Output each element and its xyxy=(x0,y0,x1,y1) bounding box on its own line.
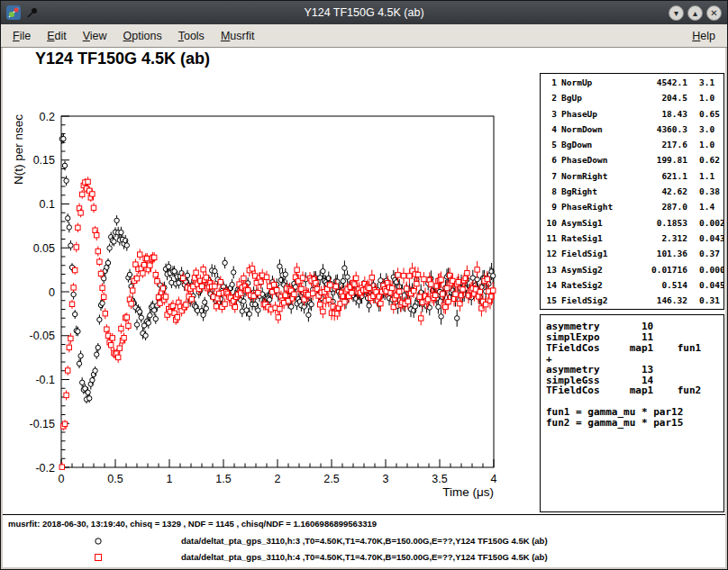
parameter-row: 8BgRight42.620.38 xyxy=(545,186,723,202)
svg-text:0: 0 xyxy=(59,473,65,485)
param-error: 1.0 xyxy=(687,93,723,108)
param-index: 9 xyxy=(545,202,561,217)
close-button[interactable]: ✕ xyxy=(706,5,722,21)
svg-text:1: 1 xyxy=(167,473,173,485)
param-name: BgUp xyxy=(561,93,632,108)
menu-options[interactable]: Options xyxy=(115,26,170,46)
param-name: NormRight xyxy=(561,171,632,186)
param-name: AsymSig1 xyxy=(561,218,632,233)
parameter-rows: 1NormUp4542.13.12BgUp204.51.03PhaseUp18.… xyxy=(545,77,723,310)
parameter-row: 14RateSig20.5140.045 xyxy=(545,280,723,295)
param-value: 204.5 xyxy=(632,93,687,108)
parameter-row: 6PhaseDown199.810.62 xyxy=(545,155,723,170)
param-name: FieldSig1 xyxy=(561,249,632,264)
param-name: RateSig1 xyxy=(561,233,632,249)
y-axis-title: N(t) per nsec xyxy=(12,114,25,185)
theory-line: asymmetry 13 xyxy=(546,365,723,375)
param-name: FieldSig2 xyxy=(561,295,632,310)
parameter-row: 13AsymSig20.017160.00098 xyxy=(545,265,723,280)
param-error: 0.045 xyxy=(687,280,724,295)
menu-musrfit[interactable]: Musrfit xyxy=(213,26,263,46)
param-index: 7 xyxy=(545,171,561,186)
menu-tools[interactable]: Tools xyxy=(170,26,213,46)
param-error: 3.0 xyxy=(687,124,723,140)
app-icon xyxy=(6,5,21,20)
parameter-row: 12FieldSig1101.360.37 xyxy=(545,249,723,264)
param-error: 1.1 xyxy=(687,171,723,186)
titlebar[interactable]: Y124 TF150G 4.5K (ab) ▾ ▴ ✕ xyxy=(1,1,727,24)
legend-row: data/deltat_pta_gps_3110,h:3 ,T0=4.50K,T… xyxy=(3,533,725,549)
theory-line: + xyxy=(546,354,723,365)
svg-text:-0.1: -0.1 xyxy=(35,374,55,386)
param-value: 287.0 xyxy=(632,202,687,217)
legend-marker-square xyxy=(92,551,105,564)
param-value: 0.514 xyxy=(632,280,687,295)
param-index: 4 xyxy=(545,124,561,140)
svg-text:-0.2: -0.2 xyxy=(35,462,55,475)
theory-line: fun2 = gamma_mu * par15 xyxy=(546,418,723,429)
param-error: 1.0 xyxy=(687,140,723,155)
pin-icon[interactable] xyxy=(26,6,39,19)
param-error: 3.1 xyxy=(687,77,723,93)
parameter-row: 4NormDown4360.33.0 xyxy=(545,124,723,140)
param-value: 146.32 xyxy=(632,295,687,310)
param-name: RateSig2 xyxy=(561,280,632,295)
legend-label: data/deltat_pta_gps_3110,h:3 ,T0=4.50K,T… xyxy=(181,536,548,546)
param-error: 0.62 xyxy=(687,155,723,170)
menu-edit[interactable]: Edit xyxy=(39,26,75,46)
fit-info: musrfit: 2018-06-30, 13:19:40, chisq = 1… xyxy=(8,519,377,529)
svg-text:1.5: 1.5 xyxy=(215,473,231,485)
param-index: 15 xyxy=(545,295,561,310)
parameter-row: 9PhaseRight287.01.4 xyxy=(545,202,723,217)
param-name: NormUp xyxy=(561,77,632,93)
param-error: 1.4 xyxy=(687,202,723,217)
param-value: 4542.1 xyxy=(632,77,687,93)
svg-text:3.5: 3.5 xyxy=(432,473,447,485)
parameter-row: 10AsymSig10.18530.0028 xyxy=(545,218,723,233)
svg-text:4: 4 xyxy=(491,473,497,485)
param-value: 0.1853 xyxy=(632,218,687,233)
series-h3 xyxy=(59,133,496,403)
param-error: 0.65 xyxy=(687,109,723,124)
parameter-box: 1NormUp4542.13.12BgUp204.51.03PhaseUp18.… xyxy=(540,73,724,310)
window-controls: ▾ ▴ ✕ xyxy=(669,5,722,21)
menu-file[interactable]: File xyxy=(5,26,39,46)
theory-line: TFieldCos map1 fun2 xyxy=(546,385,723,396)
param-name: PhaseDown xyxy=(561,155,632,170)
parameter-row: 1NormUp4542.13.1 xyxy=(545,77,723,93)
param-name: PhaseRight xyxy=(561,202,632,217)
menu-help[interactable]: Help xyxy=(684,26,723,46)
footer-pad: musrfit: 2018-06-30, 13:19:40, chisq = 1… xyxy=(3,514,725,567)
minimize-button[interactable]: ▾ xyxy=(669,5,684,21)
param-index: 14 xyxy=(545,280,561,295)
parameter-row: 3PhaseUp18.430.65 xyxy=(545,109,723,124)
param-name: PhaseUp xyxy=(561,109,632,124)
theory-box: asymmetry 10simplExpo 11TFieldCos map1 f… xyxy=(540,314,724,512)
param-value: 4360.3 xyxy=(632,124,687,140)
x-axis-title: Time (μs) xyxy=(442,485,494,499)
parameter-row: 2BgUp204.51.0 xyxy=(545,93,723,108)
parameter-row: 11RateSig12.3120.043 xyxy=(545,233,723,249)
param-error: 0.00098 xyxy=(687,265,724,280)
svg-text:0.5: 0.5 xyxy=(107,473,123,485)
param-value: 101.36 xyxy=(632,249,687,264)
param-name: NormDown xyxy=(561,124,632,140)
menu-view[interactable]: View xyxy=(75,26,115,46)
window-title: Y124 TF150G 4.5K (ab) xyxy=(1,6,727,19)
parameter-row: 5BgDown217.61.0 xyxy=(545,140,723,155)
root-canvas[interactable]: Y124 TF150G 4.5K (ab) N(t) per nsec Time… xyxy=(3,48,725,567)
svg-text:-0.05: -0.05 xyxy=(30,330,56,342)
svg-text:0.2: 0.2 xyxy=(40,111,55,123)
param-error: 0.38 xyxy=(687,186,723,202)
legend-row: data/deltat_pta_gps_3110,h:4 ,T0=4.50K,T… xyxy=(3,549,725,565)
maximize-button[interactable]: ▴ xyxy=(687,5,703,21)
param-value: 18.43 xyxy=(632,109,687,124)
svg-text:0.05: 0.05 xyxy=(33,242,55,255)
menu-right: Help xyxy=(684,26,723,46)
param-value: 2.312 xyxy=(632,233,687,249)
param-error: 0.37 xyxy=(687,249,723,264)
param-index: 5 xyxy=(545,140,561,155)
series-h4 xyxy=(59,176,496,469)
param-index: 3 xyxy=(545,109,561,124)
theory-line: TFieldCos map1 fun1 xyxy=(546,343,723,354)
